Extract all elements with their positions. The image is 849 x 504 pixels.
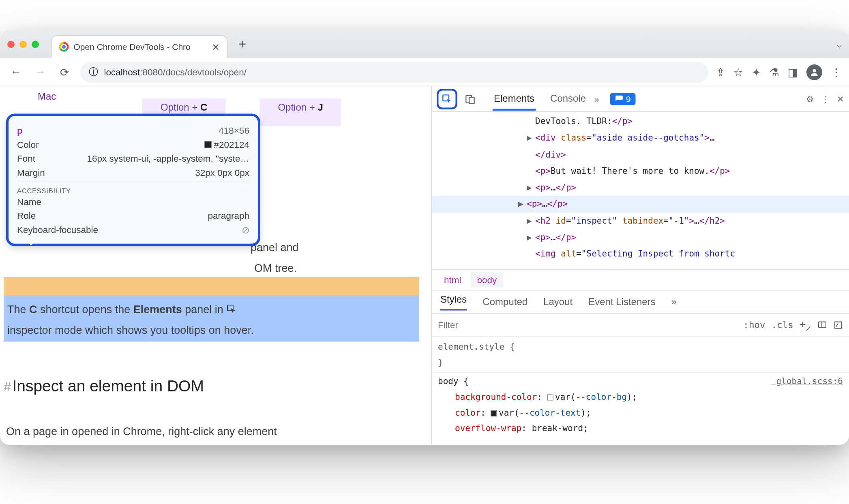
rendering-icon[interactable] [833, 320, 843, 330]
browser-tab[interactable]: Open Chrome DevTools - Chro ✕ [51, 35, 227, 58]
url-port: 8080 [143, 67, 163, 77]
elements-tab[interactable]: Elements [493, 88, 536, 111]
site-info-icon[interactable]: ⓘ [89, 66, 98, 78]
tooltip-role-label: Role [17, 210, 36, 221]
filter-input[interactable] [438, 320, 737, 330]
window-controls [7, 41, 39, 48]
tooltip-color-label: Color [17, 139, 39, 150]
highlighted-paragraph: The C shortcut opens the Elements panel … [7, 299, 407, 341]
hash-icon: # [4, 379, 11, 395]
tab-title: Open Chrome DevTools - Chro [74, 42, 207, 52]
dom-tree[interactable]: DevTools. TLDR:</p> ▶<div class="aside a… [432, 112, 849, 270]
tooltip-a11y-heading: ACCESSIBILITY [17, 182, 249, 195]
address-bar: ← → ⟳ ⓘ localhost:8080/docs/devtools/ope… [0, 58, 849, 86]
tooltip-tag: p [17, 125, 23, 136]
source-link[interactable]: _global.scss:6 [771, 374, 843, 389]
inspect-element-button[interactable] [437, 88, 457, 109]
breadcrumb: html body [432, 270, 849, 290]
styles-tabs: Styles Computed Layout Event Listeners » [432, 290, 849, 314]
section-heading: #Inspect an element in DOM [4, 377, 204, 396]
more-options-icon[interactable]: ⋮ [821, 94, 830, 104]
os-tab-mac[interactable]: Mac [38, 91, 56, 102]
extensions-icon[interactable]: ✦ [752, 65, 761, 79]
close-window-button[interactable] [7, 41, 15, 48]
new-tab-button[interactable]: + [238, 36, 246, 52]
url-host: localhost: [104, 67, 143, 77]
styles-tab[interactable]: Styles [440, 294, 467, 310]
share-icon[interactable]: ⇪ [716, 65, 725, 79]
cls-toggle[interactable]: .cls [772, 319, 793, 330]
not-focusable-icon: ⊘ [242, 224, 250, 236]
profile-avatar[interactable] [806, 64, 822, 80]
inspect-inline-icon [226, 304, 236, 314]
omnibox[interactable]: ⓘ localhost:8080/docs/devtools/open/ [80, 62, 709, 82]
body-text: On a page in opened in Chrome, right-cli… [6, 425, 413, 438]
computed-tab[interactable]: Computed [482, 296, 527, 307]
tooltip-color-value: #202124 [214, 139, 249, 150]
styles-filter-row: :hov .cls +⸝ [432, 314, 849, 337]
hov-toggle[interactable]: :hov [743, 319, 765, 330]
styles-pane[interactable]: element.style { } body {_global.scss:6 b… [432, 337, 849, 445]
device-toggle-button[interactable] [461, 93, 479, 104]
crumb-html[interactable]: html [438, 272, 467, 288]
tooltip-name-label: Name [17, 196, 41, 207]
reload-button[interactable]: ⟳ [56, 65, 73, 79]
tooltip-margin-value: 32px 0px 0px [195, 167, 249, 178]
crumb-body[interactable]: body [471, 272, 503, 288]
close-devtools-icon[interactable]: ✕ [837, 94, 844, 104]
swatch-icon[interactable] [491, 410, 497, 416]
styles-overflow-icon[interactable]: » [671, 296, 677, 307]
color-format-icon[interactable] [817, 320, 827, 330]
svg-rect-4 [469, 97, 474, 103]
rendered-page: Mac Option + C Option + J p418×56 Color#… [0, 86, 432, 445]
console-tab[interactable]: Console [549, 88, 587, 110]
devtools-toolbar: Elements Console » 9 ⚙ ⋮ ✕ [432, 86, 849, 112]
bookmark-icon[interactable]: ☆ [733, 65, 743, 79]
chrome-logo-icon [59, 42, 69, 52]
browser-window: Open Chrome DevTools - Chro ✕ + ⌵ ← → ⟳ … [0, 30, 849, 445]
settings-icon[interactable]: ⚙ [806, 94, 814, 104]
back-button[interactable]: ← [7, 66, 24, 79]
maximize-window-button[interactable] [32, 41, 39, 48]
chrome-menu-icon[interactable]: ⋮ [831, 65, 842, 79]
tooltip-font-value: 16px system-ui, -apple-system, "syste… [87, 153, 249, 164]
layout-tab[interactable]: Layout [543, 296, 572, 307]
title-bar: Open Chrome DevTools - Chro ✕ + ⌵ [0, 30, 849, 58]
tooltip-kbf-label: Keyboard-focusable [17, 224, 98, 236]
new-style-rule-icon[interactable]: +⸝ [800, 318, 811, 331]
side-panel-icon[interactable]: ◨ [788, 65, 798, 79]
minimize-window-button[interactable] [19, 41, 27, 48]
labs-icon[interactable]: ⚗ [770, 65, 779, 79]
svg-rect-6 [835, 322, 841, 328]
close-tab-icon[interactable]: ✕ [212, 41, 220, 53]
swatch-icon[interactable] [547, 394, 553, 400]
color-swatch-icon [204, 141, 211, 148]
tooltip-role-value: paragraph [208, 210, 249, 221]
devtools-panel: Elements Console » 9 ⚙ ⋮ ✕ DevTools. TLD… [432, 86, 849, 445]
margin-highlight [4, 277, 419, 295]
tooltip-font-label: Font [17, 153, 35, 164]
forward-button[interactable]: → [32, 66, 49, 79]
tooltip-margin-label: Margin [17, 167, 45, 178]
more-tabs-icon[interactable]: » [591, 94, 603, 104]
inspect-tooltip: p418×56 Color#202124 Font16px system-ui,… [6, 114, 260, 246]
event-listeners-tab[interactable]: Event Listeners [588, 296, 655, 307]
tab-overflow-icon[interactable]: ⌵ [837, 39, 842, 49]
url-path: /docs/devtools/open/ [163, 67, 247, 77]
svg-point-0 [813, 69, 816, 72]
tooltip-dimensions: 418×56 [219, 125, 249, 136]
issues-badge[interactable]: 9 [610, 93, 636, 105]
